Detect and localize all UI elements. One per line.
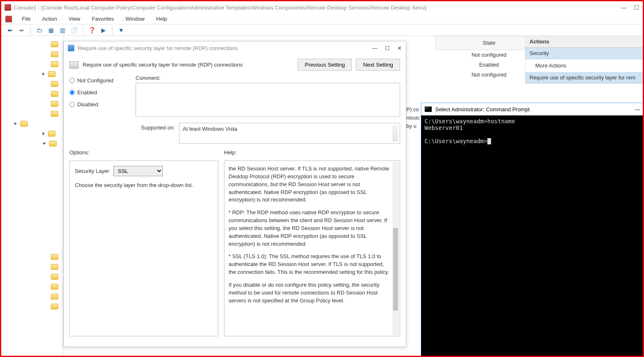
comment-textarea[interactable] <box>136 83 400 117</box>
properties-icon[interactable]: 📄 <box>69 26 79 35</box>
folder-icon[interactable] <box>51 274 58 280</box>
cmd-icon <box>425 106 432 112</box>
help-icon[interactable]: ❓ <box>87 26 96 35</box>
options-label: Options: <box>69 149 218 156</box>
options-box: Security Layer SSL Choose the security l… <box>69 161 218 336</box>
show-hide-action-icon[interactable]: ▶ <box>99 26 108 35</box>
folder-icon[interactable] <box>51 41 58 47</box>
supported-on-label: Supported on: <box>136 123 175 131</box>
comment-label: Comment: <box>136 75 400 81</box>
folder-icon[interactable] <box>51 51 58 57</box>
menu-window[interactable]: Window <box>124 15 146 23</box>
folder-icon[interactable] <box>51 254 58 260</box>
folder-icon[interactable] <box>51 264 58 270</box>
folder-icon[interactable] <box>51 284 58 290</box>
minimize-button[interactable]: — <box>621 4 627 11</box>
menu-help[interactable]: Help <box>155 15 169 23</box>
window-controls: — ☐ <box>621 4 639 11</box>
help-text[interactable]: the RD Session Host server. If TLS is no… <box>224 161 400 336</box>
window-titlebar: Console1 - [Console Root\Local Computer … <box>1 1 643 14</box>
folder-icon[interactable] <box>51 61 58 67</box>
dialog-titlebar: Require use of specific security layer f… <box>64 41 406 55</box>
folder-icon[interactable] <box>48 131 55 137</box>
menu-favorites[interactable]: Favorites <box>90 15 115 23</box>
radio-enabled[interactable]: Enabled <box>69 89 127 96</box>
security-layer-select[interactable]: SSL <box>113 166 163 176</box>
hidden-text: P) co <box>406 106 419 113</box>
cmd-titlebar[interactable]: Select Administrator: Command Prompt — <box>421 103 644 115</box>
maximize-button[interactable]: ☐ <box>634 4 639 11</box>
folder-icon[interactable] <box>49 141 57 146</box>
help-label: Help: <box>224 149 400 156</box>
folder-icon[interactable] <box>51 294 58 299</box>
options-hint: Choose the security layer from the drop-… <box>75 182 213 188</box>
filter-icon[interactable]: ▼ <box>117 26 126 35</box>
actions-header: Actions <box>525 36 643 48</box>
show-hide-tree-icon[interactable]: ▦ <box>46 26 55 35</box>
previous-setting-button[interactable]: Previous Setting <box>298 59 352 71</box>
folder-icon[interactable] <box>51 91 58 97</box>
folder-icon[interactable] <box>51 304 58 309</box>
up-icon[interactable]: 🗀 <box>35 26 44 35</box>
actions-section-policy[interactable]: Require use of specific security layer f… <box>525 72 643 84</box>
folder-icon[interactable] <box>51 101 58 107</box>
hidden-text: by u <box>406 123 417 129</box>
supported-on-text: At least Windows Vista <box>179 123 400 144</box>
tree-pane[interactable] <box>1 36 63 356</box>
menu-action[interactable]: Action <box>41 15 59 23</box>
scrollbar[interactable] <box>392 162 399 335</box>
cmd-output[interactable]: C:\Users\wayneadm>hostname Webserver01 C… <box>421 115 644 147</box>
toolbar: ⬅ ➡ 🗀 ▦ ▥ 📄 ❓ ▶ ▼ <box>1 24 643 36</box>
window-title: Console1 - [Console Root\Local Computer … <box>14 5 621 11</box>
command-prompt-window: Select Administrator: Command Prompt — C… <box>421 103 644 357</box>
cursor-icon <box>487 138 491 144</box>
cmd-minimize-button[interactable]: — <box>635 106 640 113</box>
state-radio-group: Not Configured Enabled Disabled <box>69 75 127 144</box>
policy-item-icon <box>69 61 79 69</box>
menu-file[interactable]: File <box>20 15 32 23</box>
hidden-text: nissic <box>406 115 420 121</box>
next-setting-button[interactable]: Next Setting <box>356 59 400 71</box>
forward-button[interactable]: ➡ <box>17 26 26 35</box>
policy-item-title: Require use of specific security layer f… <box>83 62 293 68</box>
folder-icon[interactable] <box>20 121 28 127</box>
folder-icon[interactable] <box>51 81 58 87</box>
dialog-close-button[interactable]: ✕ <box>397 45 402 51</box>
actions-section-security[interactable]: Security <box>525 48 643 59</box>
actions-pane: Actions Security More Actions Require us… <box>525 36 643 84</box>
radio-not-configured[interactable]: Not Configured <box>69 77 127 84</box>
folder-icon[interactable] <box>51 111 58 117</box>
mmc-icon <box>5 4 11 11</box>
folder-icon[interactable] <box>48 71 55 77</box>
menu-view[interactable]: View <box>67 15 82 23</box>
dialog-maximize-button[interactable]: ☐ <box>385 45 390 51</box>
dialog-title: Require use of specific security layer f… <box>78 45 372 51</box>
actions-more-actions[interactable]: More Actions <box>525 59 643 72</box>
radio-disabled[interactable]: Disabled <box>69 101 127 108</box>
cmd-title: Select Administrator: Command Prompt <box>435 106 635 113</box>
export-list-icon[interactable]: ▥ <box>58 26 67 35</box>
back-button[interactable]: ⬅ <box>5 26 14 35</box>
policy-dialog: Require use of specific security layer f… <box>63 41 406 347</box>
policy-icon <box>68 45 74 51</box>
security-layer-label: Security Layer <box>75 168 109 174</box>
menu-bar: File Action View Favorites Window Help <box>1 14 643 24</box>
mmc-icon <box>5 16 12 22</box>
dialog-minimize-button[interactable]: — <box>372 45 377 51</box>
